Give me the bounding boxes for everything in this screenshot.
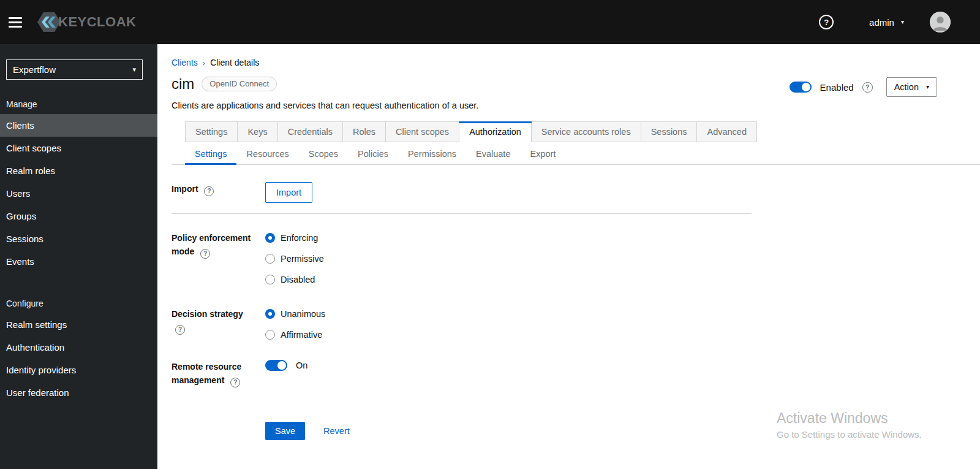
- radio-unchecked-icon[interactable]: [265, 330, 275, 340]
- subtab-scopes[interactable]: Scopes: [299, 143, 348, 164]
- policy-enforcement-mode-label: Policy enforcement mode: [172, 233, 251, 256]
- sidebar-item-authentication[interactable]: Authentication: [0, 336, 157, 359]
- remote-resource-management-label-group: Remote resource management ?: [172, 360, 265, 387]
- sidebar-item-realm-settings[interactable]: Realm settings: [0, 313, 157, 336]
- tab-sessions[interactable]: Sessions: [641, 122, 698, 142]
- import-button[interactable]: Import: [265, 182, 312, 203]
- sidebar: Expertflow ▾ Manage Clients Client scope…: [0, 44, 157, 469]
- realm-selector[interactable]: Expertflow ▾: [6, 59, 143, 80]
- radio-option-permissive[interactable]: Permissive: [265, 252, 324, 265]
- subtab-policies[interactable]: Policies: [348, 143, 398, 164]
- nav-section-title: Configure: [0, 299, 157, 308]
- policy-enforcement-mode-label-group: Policy enforcement mode ?: [172, 231, 265, 259]
- user-menu[interactable]: admin ▾: [869, 17, 904, 28]
- toggle-state-label: On: [296, 360, 307, 370]
- decision-strategy-label: Decision strategy: [172, 309, 243, 319]
- tab-roles[interactable]: Roles: [343, 122, 386, 142]
- decision-strategy-label-group: Decision strategy ?: [172, 307, 265, 335]
- import-row: Import ? Import: [172, 182, 752, 203]
- caret-down-icon: ▾: [901, 19, 904, 25]
- action-dropdown-button[interactable]: Action ▾: [886, 77, 937, 97]
- tab-credentials[interactable]: Credentials: [278, 122, 343, 142]
- subtab-permissions[interactable]: Permissions: [398, 143, 466, 164]
- watermark-subtitle: Go to Settings to activate Windows.: [777, 429, 922, 440]
- remote-resource-management-row: Remote resource management ? On: [172, 360, 752, 387]
- user-avatar-icon: [930, 12, 951, 32]
- import-label: Import: [172, 184, 198, 194]
- chevron-down-icon: ▾: [132, 66, 136, 74]
- tab-service-accounts-roles[interactable]: Service accounts roles: [532, 122, 641, 142]
- realm-name: Expertflow: [13, 64, 56, 75]
- watermark-title: Activate Windows: [777, 410, 922, 427]
- breadcrumb: Clients › Client details: [172, 58, 980, 67]
- radio-unchecked-icon[interactable]: [265, 275, 275, 284]
- sidebar-item-client-scopes[interactable]: Client scopes: [0, 137, 157, 159]
- breadcrumb-clients-link[interactable]: Clients: [172, 58, 198, 67]
- radio-option-disabled[interactable]: Disabled: [265, 273, 324, 286]
- nav-section-manage: Manage Clients Client scopes Realm roles…: [0, 99, 157, 273]
- subtab-evaluate[interactable]: Evaluate: [466, 143, 520, 164]
- sidebar-item-clients[interactable]: Clients: [0, 114, 157, 137]
- decision-strategy-row: Decision strategy ? Unanimous Affirmativ…: [172, 307, 752, 341]
- radio-label: Unanimous: [281, 307, 325, 321]
- caret-down-icon: ▾: [926, 84, 929, 90]
- radio-unchecked-icon[interactable]: [265, 254, 275, 264]
- radio-option-unanimous[interactable]: Unanimous: [265, 307, 325, 321]
- import-label-group: Import ?: [172, 182, 265, 196]
- sidebar-item-groups[interactable]: Groups: [0, 205, 157, 227]
- revert-link[interactable]: Revert: [323, 426, 350, 436]
- tab-advanced[interactable]: Advanced: [697, 122, 756, 142]
- subtab-resources[interactable]: Resources: [236, 143, 298, 164]
- authorization-settings-form: Import ? Import Policy enforcement mode …: [172, 182, 752, 440]
- help-icon[interactable]: ?: [204, 186, 214, 196]
- policy-enforcement-mode-row: Policy enforcement mode ? Enforcing Perm…: [172, 231, 752, 286]
- radio-label: Permissive: [281, 252, 324, 265]
- form-actions: Save Revert: [265, 422, 752, 440]
- radio-label: Disabled: [281, 273, 315, 286]
- subtab-export[interactable]: Export: [520, 143, 565, 164]
- remote-resource-management-toggle[interactable]: [265, 360, 287, 371]
- tab-client-scopes[interactable]: Client scopes: [386, 122, 459, 142]
- enabled-toggle[interactable]: [790, 82, 812, 93]
- tab-keys[interactable]: Keys: [238, 122, 277, 142]
- radio-checked-icon[interactable]: [265, 233, 275, 243]
- keycloak-logo-icon: [37, 10, 61, 34]
- radio-label: Affirmative: [281, 328, 322, 341]
- breadcrumb-current: Client details: [210, 58, 259, 67]
- tab-authorization[interactable]: Authorization: [459, 122, 532, 142]
- subtab-settings[interactable]: Settings: [185, 143, 236, 164]
- help-icon[interactable]: ?: [862, 82, 873, 93]
- sidebar-item-user-federation[interactable]: User federation: [0, 381, 157, 404]
- brand-wordmark: KEYCLOAK: [58, 14, 136, 30]
- sidebar-item-realm-roles[interactable]: Realm roles: [0, 159, 157, 182]
- form-divider: [172, 213, 752, 214]
- masthead: KEYCLOAK ? admin ▾: [0, 0, 980, 44]
- windows-activation-watermark: Activate Windows Go to Settings to activ…: [777, 410, 922, 440]
- help-icon[interactable]: ?: [200, 249, 210, 259]
- main-content: Clients › Client details cim OpenID Conn…: [157, 44, 980, 469]
- radio-option-enforcing[interactable]: Enforcing: [265, 231, 324, 245]
- protocol-badge: OpenID Connect: [202, 77, 277, 91]
- radio-checked-icon[interactable]: [265, 309, 275, 319]
- help-icon[interactable]: ?: [819, 15, 834, 29]
- nav-section-title: Manage: [0, 99, 157, 109]
- sidebar-item-users[interactable]: Users: [0, 182, 157, 205]
- user-name: admin: [869, 17, 894, 28]
- nav-section-configure: Configure Realm settings Authentication …: [0, 299, 157, 404]
- app-window: KEYCLOAK ? admin ▾ Expertflow ▾ Manage C…: [0, 0, 980, 469]
- radio-label: Enforcing: [281, 231, 318, 245]
- radio-option-affirmative[interactable]: Affirmative: [265, 328, 325, 341]
- sidebar-item-sessions[interactable]: Sessions: [0, 227, 157, 250]
- keycloak-logo[interactable]: KEYCLOAK: [37, 10, 136, 34]
- page-description: Clients are applications and services th…: [172, 99, 478, 112]
- help-icon[interactable]: ?: [175, 325, 185, 335]
- hamburger-menu-icon[interactable]: [9, 17, 23, 28]
- sidebar-item-events[interactable]: Events: [0, 250, 157, 273]
- avatar[interactable]: [930, 12, 951, 32]
- tab-settings[interactable]: Settings: [186, 122, 238, 142]
- save-button[interactable]: Save: [265, 422, 305, 440]
- sidebar-item-identity-providers[interactable]: Identity providers: [0, 359, 157, 381]
- help-icon[interactable]: ?: [230, 378, 240, 387]
- page-title: cim: [172, 75, 194, 93]
- authorization-subtabs: Settings Resources Scopes Policies Permi…: [172, 143, 980, 165]
